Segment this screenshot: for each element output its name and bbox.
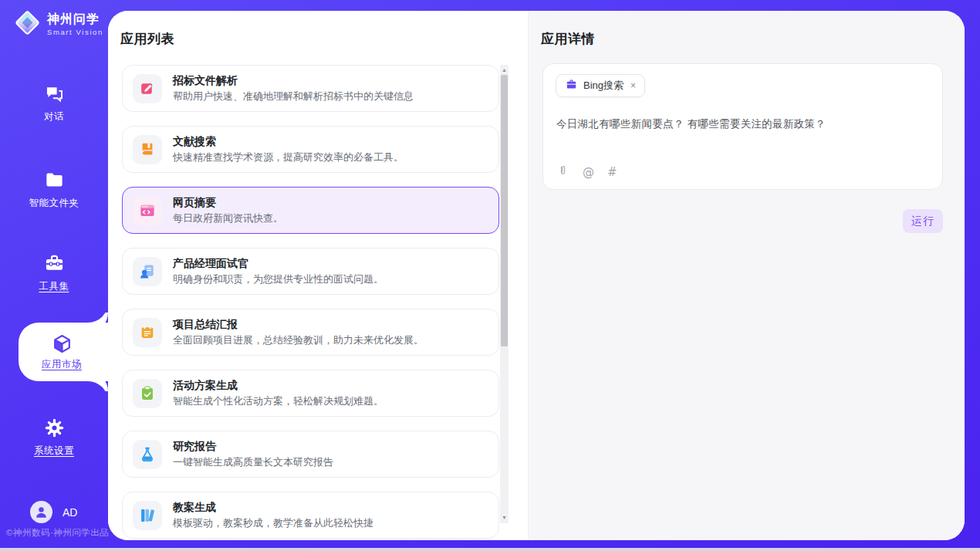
app-card-description: 全面回顾项目进展，总结经验教训，助力未来优化发展。 (173, 335, 424, 346)
toolbox-icon (44, 253, 65, 274)
app-card-title: 网页摘要 (173, 197, 283, 208)
user-initials: AD (63, 506, 77, 519)
app-detail-title: 应用详情 (541, 30, 595, 48)
app-card[interactable]: 研究报告 一键智能生成高质量长文本研究报告 (122, 431, 499, 478)
sidebar-item-label: 对话 (44, 110, 64, 123)
sidebar-item-gear[interactable]: 系统设置 (0, 417, 108, 458)
app-card-description: 明确身份和职责，为您提供专业性的面试问题。 (173, 274, 384, 285)
sidebar-item-chat[interactable]: 对话 (0, 83, 108, 123)
chat-icon (44, 83, 65, 104)
app-icon-tile (133, 74, 162, 103)
sidebar-item-label: 工具集 (39, 280, 69, 293)
app-card[interactable]: 活动方案生成 智能生成个性化活动方案，轻松解决规划难题。 (122, 370, 499, 417)
tool-tag-bing-search[interactable]: Bing搜索 × (556, 74, 645, 97)
copyright-footer: ©神州数码·神州问学出品 (6, 527, 109, 539)
interviewer-icon (139, 263, 156, 280)
brand-logo: 神州问学 Smart Vision (13, 8, 103, 40)
content-area: 应用列表 招标文件解析 帮助用户快速、准确地理解和解析招标书中的关键信息 文献搜… (108, 11, 965, 540)
sidebar: 神州问学 Smart Vision 对话 智能文件夹 工具集 应用市场 系统设置… (0, 0, 108, 548)
research-flask-icon (139, 446, 156, 463)
mention-icon[interactable]: @ (583, 167, 594, 178)
brand-subtitle: Smart Vision (47, 28, 103, 36)
app-icon-tile (133, 501, 162, 530)
app-card[interactable]: 项目总结汇报 全面回顾项目进展，总结经验教训，助力未来优化发展。 (122, 309, 499, 356)
app-icon-tile (133, 318, 162, 347)
app-window: 神州问学 Smart Vision 对话 智能文件夹 工具集 应用市场 系统设置… (0, 0, 980, 551)
app-card-title: 研究报告 (173, 441, 333, 452)
app-card[interactable]: 文献搜索 快速精准查找学术资源，提高研究效率的必备工具。 (122, 126, 499, 173)
person-icon (33, 504, 49, 520)
app-card-title: 文献搜索 (173, 136, 404, 147)
app-list: 招标文件解析 帮助用户快速、准确地理解和解析招标书中的关键信息 文献搜索 快速精… (122, 65, 499, 540)
prompt-toolbar: @ # (556, 164, 617, 181)
app-card-title: 教案生成 (173, 502, 373, 513)
app-card-title: 活动方案生成 (173, 380, 384, 391)
app-icon-tile (133, 135, 162, 164)
scrollbar-track[interactable]: ▲ ▼ (500, 65, 509, 523)
paperclip-icon[interactable] (556, 164, 569, 181)
tool-tag-label: Bing搜索 (583, 79, 623, 93)
gear-icon (44, 417, 65, 438)
app-card[interactable]: 教案生成 模板驱动，教案秒成，教学准备从此轻松快捷 (122, 492, 499, 539)
sidebar-item-label: 应用市场 (42, 358, 82, 371)
sidebar-item-folder[interactable]: 智能文件夹 (0, 170, 108, 210)
app-card[interactable]: 网页摘要 每日政府新闻资讯快查。 (122, 187, 499, 234)
book-icon (139, 141, 156, 158)
clipboard-check-icon (139, 385, 156, 402)
close-icon[interactable]: × (630, 80, 636, 91)
user-account[interactable]: AD (30, 501, 77, 523)
brand-diamond-icon (13, 8, 42, 40)
app-card-description: 每日政府新闻资讯快查。 (173, 213, 283, 224)
app-card-title: 项目总结汇报 (173, 319, 424, 330)
brand-name: 神州问学 (47, 12, 103, 26)
app-detail-pane: 应用详情 Bing搜索 × 今日湖北有哪些新闻要点？ 有哪些需要关 (528, 11, 965, 540)
app-card-description: 智能生成个性化活动方案，轻松解决规划难题。 (173, 396, 384, 407)
app-card[interactable]: 招标文件解析 帮助用户快速、准确地理解和解析招标书中的关键信息 (122, 65, 499, 112)
report-note-icon (139, 324, 156, 341)
scroll-down-icon[interactable]: ▼ (500, 514, 509, 522)
app-card-description: 一键智能生成高质量长文本研究报告 (173, 457, 333, 468)
app-card-description: 帮助用户快速、准确地理解和解析招标书中的关键信息 (173, 91, 414, 102)
edit-document-icon (139, 80, 156, 97)
scrollbar-thumb[interactable] (501, 75, 508, 346)
scroll-up-icon[interactable]: ▲ (500, 66, 509, 74)
sidebar-item-cube-selected[interactable]: 应用市场 (19, 323, 108, 381)
cube-icon (52, 333, 73, 354)
run-button[interactable]: 运行 (903, 209, 943, 233)
books-icon (139, 507, 156, 524)
app-icon-tile (133, 257, 162, 286)
window-bottom-edge (0, 548, 980, 551)
app-list-title: 应用列表 (120, 30, 174, 48)
hash-icon[interactable]: # (607, 167, 617, 178)
folder-icon (44, 170, 65, 191)
app-list-pane: 应用列表 招标文件解析 帮助用户快速、准确地理解和解析招标书中的关键信息 文献搜… (108, 11, 528, 540)
sidebar-item-label: 系统设置 (34, 445, 74, 458)
app-card[interactable]: 产品经理面试官 明确身份和职责，为您提供专业性的面试问题。 (122, 248, 499, 295)
sidebar-item-label: 智能文件夹 (29, 197, 79, 210)
app-card-description: 快速精准查找学术资源，提高研究效率的必备工具。 (173, 152, 404, 163)
prompt-card: Bing搜索 × 今日湖北有哪些新闻要点？ 有哪些需要关注的最新政策？ @ # (542, 63, 943, 190)
app-icon-tile (133, 196, 162, 225)
app-icon-tile (133, 379, 162, 408)
web-page-icon (139, 202, 156, 219)
briefcase-icon (565, 78, 578, 93)
prompt-text[interactable]: 今日湖北有哪些新闻要点？ 有哪些需要关注的最新政策？ (556, 117, 930, 131)
app-card-title: 招标文件解析 (173, 75, 414, 86)
app-card-title: 产品经理面试官 (173, 258, 384, 269)
app-icon-tile (133, 440, 162, 469)
app-card-description: 模板驱动，教案秒成，教学准备从此轻松快捷 (173, 518, 373, 529)
avatar[interactable] (30, 501, 52, 523)
sidebar-item-toolbox[interactable]: 工具集 (0, 253, 108, 293)
